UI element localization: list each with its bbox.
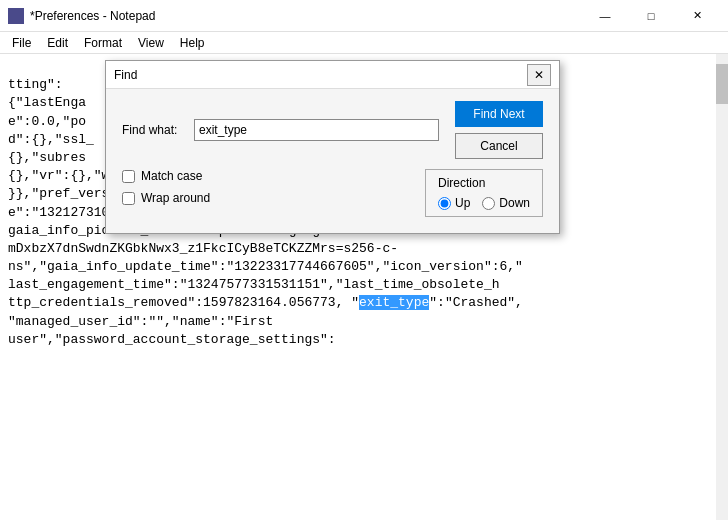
menu-file[interactable]: File: [4, 34, 39, 52]
direction-down-label: Down: [499, 196, 530, 210]
dialog-buttons: Find Next Cancel: [455, 101, 543, 159]
maximize-button[interactable]: □: [628, 0, 674, 32]
direction-up-label: Up: [455, 196, 470, 210]
find-dialog: Find ✕ Find what: Find Next Cancel Match…: [105, 60, 560, 234]
dialog-body: Find what: Find Next Cancel Match case W…: [106, 89, 559, 233]
match-case-label: Match case: [141, 169, 202, 183]
scrollbar-thumb[interactable]: [716, 64, 728, 104]
wrap-around-checkbox[interactable]: [122, 192, 135, 205]
direction-up-radio[interactable]: [438, 197, 451, 210]
menu-format[interactable]: Format: [76, 34, 130, 52]
title-bar: *Preferences - Notepad — □ ✕: [0, 0, 728, 32]
match-case-checkbox[interactable]: [122, 170, 135, 183]
window-title: *Preferences - Notepad: [30, 9, 582, 23]
highlight-exit-type: exit_type: [359, 295, 429, 310]
direction-box: Direction Up Down: [425, 169, 543, 217]
direction-options: Up Down: [438, 196, 530, 210]
up-radio-row: Up: [438, 196, 470, 210]
dialog-close-button[interactable]: ✕: [527, 64, 551, 86]
find-what-label: Find what:: [122, 123, 194, 137]
find-what-input[interactable]: [194, 119, 439, 141]
match-case-row: Match case: [122, 169, 415, 183]
direction-down-radio[interactable]: [482, 197, 495, 210]
dialog-title: Find: [114, 68, 527, 82]
menu-bar: File Edit Format View Help: [0, 32, 728, 54]
wrap-around-row: Wrap around: [122, 191, 415, 205]
window-controls: — □ ✕: [582, 0, 720, 32]
menu-view[interactable]: View: [130, 34, 172, 52]
dialog-title-bar: Find ✕: [106, 61, 559, 89]
wrap-around-label: Wrap around: [141, 191, 210, 205]
menu-edit[interactable]: Edit: [39, 34, 76, 52]
find-what-row: Find what: Find Next Cancel: [122, 101, 543, 159]
minimize-button[interactable]: —: [582, 0, 628, 32]
dialog-options: Match case Wrap around Direction Up: [122, 169, 543, 217]
scrollbar[interactable]: [716, 54, 728, 520]
options-left: Match case Wrap around: [122, 169, 415, 217]
app-icon: [8, 8, 24, 24]
find-next-button[interactable]: Find Next: [455, 101, 543, 127]
cancel-button[interactable]: Cancel: [455, 133, 543, 159]
direction-label: Direction: [438, 176, 530, 190]
close-button[interactable]: ✕: [674, 0, 720, 32]
down-radio-row: Down: [482, 196, 530, 210]
menu-help[interactable]: Help: [172, 34, 213, 52]
